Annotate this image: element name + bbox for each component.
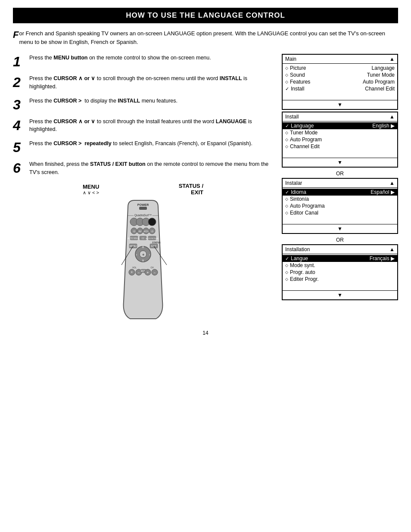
svg-text:∧: ∧: [142, 245, 144, 249]
instalar-editor-canal-item: ◇ Editor Canal: [283, 209, 397, 216]
step-text-3: Press the CURSOR > to display the INSTAL…: [29, 97, 177, 112]
install-auto-program-item: ◇ Auto Program: [283, 136, 397, 143]
step-number-4: 4: [13, 118, 25, 134]
instalar-idioma-item: ✓ Idioma Español ▶: [283, 189, 397, 196]
step-text-2: Press the CURSOR ∧ or ∨ to scroll throug…: [29, 75, 273, 91]
svg-text:STATUS: STATUS: [152, 241, 161, 244]
page-number: 14: [0, 330, 411, 336]
svg-text:VOL: VOL: [132, 266, 137, 269]
installation-editer-progr-item: ◇ Editer Progr.: [283, 276, 397, 283]
main-picture-item: ◇ Picture Language: [283, 65, 397, 72]
arrows-label: ∧ ∨ < >: [83, 190, 99, 196]
step-number-1: 1: [13, 55, 25, 68]
instalar-sintonia-item: ◇ Sintonía: [283, 196, 397, 202]
main-menu-footer: ▼: [283, 100, 397, 109]
steps-column: 1 Press the MENU button on the remote co…: [13, 54, 273, 323]
instalar-auto-programa-item: ◇ Auto Programa: [283, 202, 397, 209]
step-5: 5 Press the CURSOR > repeatedly to selec…: [13, 140, 273, 154]
main-sound-item: ◇ Sound Tuner Mode: [283, 72, 397, 78]
step-3: 3 Press the CURSOR > to display the INST…: [13, 97, 273, 112]
step-6: 6 When finished, press the STATUS / EXIT…: [13, 160, 273, 177]
step-text-6: When finished, press the STATUS / EXIT b…: [29, 160, 273, 177]
install-menu-english-box: Install ▲ ✓ Language English ▶ ◇ Tuner M…: [282, 112, 398, 168]
instalar-header: Instalar ▲: [283, 179, 397, 188]
instalar-items: ✓ Idioma Español ▶ ◇ Sintonía ◇ Auto Pro…: [283, 188, 397, 224]
main-menu-title: Main: [285, 56, 296, 62]
step-number-3: 3: [13, 98, 25, 112]
intro-paragraph: For French and Spanish speaking TV owner…: [13, 29, 398, 46]
instalar-footer: ▼: [283, 224, 397, 233]
svg-text:›: ›: [149, 253, 150, 257]
main-menu-items: ◇ Picture Language ◇ Sound Tuner Mode ◇ …: [283, 64, 397, 100]
main-install-item: ✓ Install Channel Edit: [283, 85, 397, 92]
install-language-item: ✓ Language English ▶: [283, 122, 397, 129]
installation-langue-item: ✓ Langue Français ▶: [283, 255, 397, 262]
main-menu-arrow-up: ▲: [389, 56, 395, 62]
installation-items: ✓ Langue Français ▶ ◇ Mode synt. ◇ Progr…: [283, 254, 397, 290]
svg-text:MENU: MENU: [130, 245, 137, 247]
page-title: HOW TO USE THE LANGUAGE CONTROL: [22, 11, 389, 20]
svg-text:+: +: [146, 270, 149, 274]
install-tuner-item: ◇ Tuner Mode: [283, 129, 397, 136]
step-text-4: Press the CURSOR ∧ or ∨ to scroll throug…: [29, 118, 273, 134]
svg-text:−: −: [138, 271, 140, 274]
menus-column: Main ▲ ◇ Picture Language ◇ Sound Tuner …: [282, 54, 398, 323]
installation-menu-box: Installation ▲ ✓ Langue Français ▶ ◇ Mod…: [282, 244, 398, 300]
svg-text:+: +: [131, 270, 133, 274]
svg-text:⊙: ⊙: [151, 230, 153, 233]
installation-mode-synt-item: ◇ Mode synt.: [283, 262, 397, 269]
svg-text:CC: CC: [142, 237, 145, 239]
step-2: 2 Press the CURSOR ∧ or ∨ to scroll thro…: [13, 75, 273, 91]
svg-text:A/CH: A/CH: [143, 230, 149, 233]
main-menu-header: Main ▲: [283, 55, 397, 64]
main-menu-box: Main ▲ ◇ Picture Language ◇ Sound Tuner …: [282, 54, 398, 110]
svg-text:AV: AV: [139, 230, 142, 233]
or-label-1: OR: [282, 171, 398, 177]
installation-header: Installation ▲: [283, 245, 397, 254]
main-content: 1 Press the MENU button on the remote co…: [13, 54, 398, 323]
installation-footer: ▼: [283, 290, 397, 299]
svg-text:⊙: ⊙: [133, 230, 135, 233]
page-header: HOW TO USE THE LANGUAGE CONTROL: [13, 8, 398, 23]
step-number-2: 2: [13, 75, 25, 91]
svg-text:−: −: [154, 271, 156, 274]
svg-text:AUTO PICTURE: AUTO PICTURE: [146, 237, 159, 239]
main-features-item: ◇ Features Auto Program: [283, 78, 397, 85]
svg-text:∨: ∨: [142, 258, 144, 262]
intro-text: or French and Spanish speaking TV owners…: [19, 30, 385, 45]
svg-rect-1: [139, 207, 147, 210]
instalar-menu-box: Instalar ▲ ✓ Idioma Español ▶ ◇ Sintonía…: [282, 178, 398, 234]
install-english-footer: ▼: [283, 158, 397, 167]
install-channel-edit-item: ◇ Channel Edit: [283, 143, 397, 150]
svg-text:‹: ‹: [136, 253, 137, 257]
step-text-5: Press the CURSOR > repeatedly to select …: [29, 140, 252, 154]
svg-text:CH: CH: [150, 266, 154, 269]
step-number-5: 5: [13, 140, 25, 154]
step-number-6: 6: [13, 161, 25, 177]
step-1: 1 Press the MENU button on the remote co…: [13, 54, 273, 68]
step-text-1: Press the MENU button on the remote cont…: [29, 54, 211, 68]
install-english-header: Install ▲: [283, 112, 397, 121]
step-4: 4 Press the CURSOR ∧ or ∨ to scroll thro…: [13, 118, 273, 134]
remote-section: MENU ∧ ∨ < > STATUS / EXIT POWER ─── Qua…: [83, 183, 203, 323]
installation-progr-auto-item: ◇ Progr. auto: [283, 269, 397, 276]
install-english-items: ✓ Language English ▶ ◇ Tuner Mode ◇ Auto…: [283, 121, 397, 158]
svg-text:POWER: POWER: [137, 203, 149, 206]
remote-illustration: POWER ─── QuadraSurf™ ─── ⊙ AV A/CH: [100, 198, 186, 323]
menu-label: MENU: [83, 184, 99, 190]
svg-text:AUTO SOUND: AUTO SOUND: [128, 237, 141, 239]
drop-cap: F: [13, 30, 19, 40]
status-exit-label: STATUS / EXIT: [179, 183, 203, 196]
svg-text:─── QuadraSurf™ ───: ─── QuadraSurf™ ───: [127, 214, 159, 217]
or-label-2: OR: [282, 237, 398, 243]
svg-point-6: [148, 218, 156, 226]
